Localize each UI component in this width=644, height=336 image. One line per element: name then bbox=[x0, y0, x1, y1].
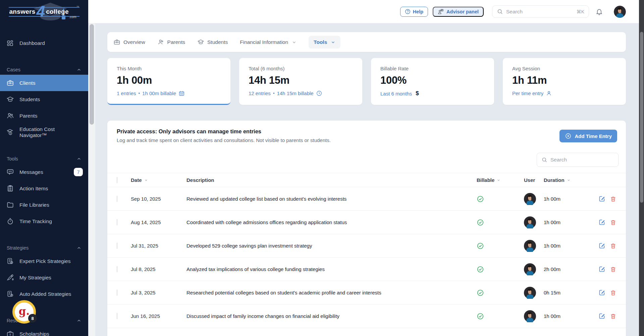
tab-overview[interactable]: Overview bbox=[113, 39, 145, 46]
column-billable[interactable]: Billable bbox=[477, 177, 517, 183]
column-description[interactable]: Description bbox=[186, 177, 477, 183]
clipboard-icon bbox=[6, 185, 14, 193]
user-avatar[interactable] bbox=[614, 6, 626, 18]
row-duration: 0h 15m bbox=[540, 290, 577, 295]
sidebar-item-clients[interactable]: Clients bbox=[0, 75, 88, 91]
trash-icon[interactable] bbox=[610, 266, 616, 273]
column-duration[interactable]: Duration bbox=[540, 177, 577, 183]
table-row[interactable]: Jul 3, 2025 Researched potential college… bbox=[107, 281, 626, 305]
trash-icon[interactable] bbox=[610, 289, 616, 296]
sidebar-scrollbar-thumb[interactable] bbox=[90, 24, 94, 125]
tab-financial-information[interactable]: Financial Information bbox=[240, 39, 297, 45]
stat-card-total[interactable]: Total (6 months) 14h 15m 12 entries • 14… bbox=[239, 58, 362, 105]
table-row[interactable]: Jun 16, 2025 Discussed impact of family … bbox=[107, 305, 626, 328]
sidebar-item-students[interactable]: Students bbox=[0, 91, 88, 108]
edit-icon[interactable] bbox=[598, 289, 605, 296]
global-search[interactable]: ⌘K bbox=[492, 5, 589, 18]
sidebar-scrollbar[interactable] bbox=[88, 23, 95, 336]
sidebar-item-expert-pick-strategies[interactable]: Expert Pick Strategies bbox=[0, 253, 88, 269]
column-date[interactable]: Date bbox=[131, 177, 186, 183]
stat-card-billable-rate[interactable]: Billable Rate 100% Last 6 months $ bbox=[371, 58, 494, 105]
stat-label: Total (6 months) bbox=[249, 66, 353, 71]
table-row[interactable]: Jul 8, 2025 Analyzed tax implications of… bbox=[107, 258, 626, 281]
svg-text:$: $ bbox=[9, 333, 11, 336]
advisor-panel-icon bbox=[438, 9, 444, 15]
sidebar-section-resources[interactable]: Resources bbox=[0, 316, 88, 326]
global-search-input[interactable] bbox=[506, 9, 574, 15]
row-description: Researched potential colleges based on s… bbox=[186, 290, 477, 295]
help-icon bbox=[405, 9, 411, 14]
page-scrollbar[interactable] bbox=[639, 0, 644, 336]
sidebar-item-file-libraries[interactable]: File Libraries bbox=[0, 197, 88, 213]
row-checkbox[interactable] bbox=[117, 313, 117, 319]
chevron-up-icon bbox=[76, 156, 82, 161]
sidebar-item-label: Time Tracking bbox=[19, 218, 52, 224]
sidebar-item-time-tracking[interactable]: Time Tracking bbox=[0, 213, 88, 229]
row-user-avatar bbox=[524, 193, 540, 205]
page-scrollbar-thumb[interactable] bbox=[640, 32, 643, 203]
tab-students[interactable]: Students bbox=[197, 39, 228, 46]
stat-value: 14h 15m bbox=[249, 74, 353, 86]
table-search[interactable] bbox=[537, 153, 619, 167]
table-search-input[interactable] bbox=[550, 157, 618, 163]
trash-icon[interactable] bbox=[610, 196, 616, 202]
row-checkbox[interactable] bbox=[117, 219, 117, 225]
stat-card-avg-session[interactable]: Avg Session 1h 11m Per time entry bbox=[503, 58, 626, 105]
grammarly-widget[interactable]: g. 8 bbox=[12, 300, 36, 324]
sidebar-item-label: File Libraries bbox=[19, 202, 49, 208]
sidebar-item-messages[interactable]: Messages 7 bbox=[0, 164, 88, 180]
sidebar-item-scholarships[interactable]: $ Scholarships bbox=[0, 326, 88, 336]
edit-icon[interactable] bbox=[598, 219, 605, 226]
sidebar-item-auto-added-strategies[interactable]: Auto Added Strategies bbox=[0, 286, 88, 302]
sidebar-item-label: Action Items bbox=[19, 186, 48, 192]
sidebar-item-dashboard[interactable]: Dashboard bbox=[0, 35, 88, 51]
edit-icon[interactable] bbox=[598, 242, 605, 249]
help-button[interactable]: Help bbox=[400, 7, 428, 17]
sidebar-item-action-items[interactable]: Action Items bbox=[0, 180, 88, 197]
sidebar-section-cases[interactable]: Cases bbox=[0, 65, 88, 75]
row-user-avatar bbox=[524, 263, 540, 275]
table-row[interactable]: Jul 31, 2025 Developed 529 college savin… bbox=[107, 234, 626, 258]
trash-icon[interactable] bbox=[610, 313, 616, 320]
tab-parents[interactable]: Parents bbox=[157, 39, 185, 46]
row-checkbox[interactable] bbox=[117, 289, 117, 296]
sidebar-item-label: Auto Added Strategies bbox=[19, 291, 71, 297]
tab-label: Parents bbox=[167, 39, 185, 45]
logo[interactable]: answers 4 college .com ™ bbox=[0, 0, 88, 23]
table-row[interactable]: Aug 14, 2025 Coordinated with college ad… bbox=[107, 211, 626, 234]
search-shortcut: ⌘K bbox=[577, 9, 584, 14]
doc-gear-icon bbox=[6, 290, 14, 298]
billable-check-icon bbox=[477, 195, 517, 203]
trash-icon[interactable] bbox=[610, 243, 616, 249]
column-user[interactable]: User bbox=[517, 177, 540, 183]
sidebar-item-parents[interactable]: Parents bbox=[0, 108, 88, 124]
tab-bar: Overview Parents Students Financial Info… bbox=[107, 32, 626, 52]
edit-icon[interactable] bbox=[598, 266, 605, 273]
sidebar-section-strategies[interactable]: Strategies bbox=[0, 243, 88, 253]
edit-icon[interactable] bbox=[598, 313, 605, 320]
table-row[interactable]: Sep 10, 2025 Reviewed and updated colleg… bbox=[107, 187, 626, 211]
sidebar-section-tools[interactable]: Tools bbox=[0, 154, 88, 164]
chevron-up-icon bbox=[76, 67, 82, 72]
row-checkbox[interactable] bbox=[117, 266, 117, 272]
select-all-checkbox[interactable] bbox=[117, 177, 117, 183]
tab-tools[interactable]: Tools bbox=[309, 36, 340, 49]
chevron-up-icon bbox=[76, 318, 82, 323]
sidebar-item-my-strategies[interactable]: My Strategies bbox=[0, 269, 88, 286]
svg-text:$: $ bbox=[10, 132, 11, 134]
row-user-avatar bbox=[524, 287, 540, 299]
add-time-entry-button[interactable]: Add Time Entry bbox=[559, 130, 617, 142]
notifications-bell-icon[interactable] bbox=[595, 8, 603, 15]
chat-bubble-icon bbox=[6, 168, 14, 176]
edit-icon[interactable] bbox=[598, 195, 605, 202]
pen-icon bbox=[6, 274, 14, 282]
sidebar-item-education-cost-navigator[interactable]: $ Education Cost Navigator™ bbox=[0, 124, 88, 140]
stat-card-this-month[interactable]: This Month 1h 00m 1 entries • 1h 00m bil… bbox=[107, 58, 230, 105]
row-checkbox[interactable] bbox=[117, 196, 117, 202]
advisor-panel-button[interactable]: Advisor panel bbox=[433, 7, 484, 17]
logo-digit: 4 bbox=[37, 5, 45, 18]
search-icon bbox=[541, 157, 547, 163]
trash-icon[interactable] bbox=[610, 219, 616, 226]
row-checkbox[interactable] bbox=[117, 243, 117, 249]
stat-label: This Month bbox=[117, 66, 221, 71]
